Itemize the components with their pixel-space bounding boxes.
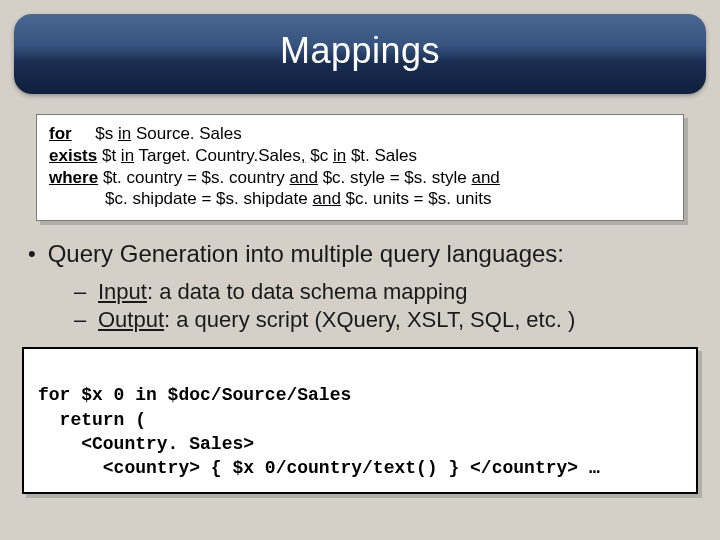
mapping-line-where2: $c. shipdate = $s. shipdate and $c. unit… bbox=[49, 188, 671, 210]
input-rest: : a data to data schema mapping bbox=[147, 279, 467, 304]
output-rest: : a query script (XQuery, XSLT, SQL, etc… bbox=[164, 307, 575, 332]
exists-var1: $t bbox=[102, 146, 116, 165]
dash-icon: – bbox=[74, 307, 88, 333]
where-keyword: where bbox=[49, 168, 98, 187]
mapping-line-where1: where $t. country = $s. country and $c. … bbox=[49, 167, 671, 189]
xquery-code-box: for $x 0 in $doc/Source/Sales return ( <… bbox=[22, 347, 698, 494]
and-keyword-2: and bbox=[471, 168, 499, 187]
in-keyword-3: in bbox=[333, 146, 346, 165]
exists-src1: Target. Country.Sales bbox=[139, 146, 301, 165]
bullet-list: • Query Generation into multiple query l… bbox=[28, 239, 692, 333]
and-keyword-3: and bbox=[312, 189, 340, 208]
for-source: Source. Sales bbox=[136, 124, 242, 143]
sub-bullet-list: – Input: a data to data schema mapping –… bbox=[74, 279, 692, 333]
input-label: Input bbox=[98, 279, 147, 304]
bullet-main-text: Query Generation into multiple query lan… bbox=[48, 239, 564, 269]
bullet-dot-icon: • bbox=[28, 241, 36, 269]
and-keyword-1: and bbox=[290, 168, 318, 187]
mapping-rule-box: for $s in Source. Sales exists $t in Tar… bbox=[36, 114, 684, 221]
exists-keyword: exists bbox=[49, 146, 97, 165]
code-line-2: return ( bbox=[38, 410, 146, 430]
code-line-3: <Country. Sales> bbox=[38, 434, 254, 454]
exists-var2: $c bbox=[310, 146, 328, 165]
mapping-line-exists: exists $t in Target. Country.Sales, $c i… bbox=[49, 145, 671, 167]
slide-title-band: Mappings bbox=[14, 14, 706, 94]
comma-underlined: , bbox=[301, 146, 306, 165]
exists-src2: $t. Sales bbox=[351, 146, 417, 165]
where-clause-2b: $c. units = $s. units bbox=[346, 189, 492, 208]
in-keyword-2: in bbox=[121, 146, 134, 165]
sub-bullet-output-text: Output: a query script (XQuery, XSLT, SQ… bbox=[98, 307, 575, 333]
output-label: Output bbox=[98, 307, 164, 332]
code-line-1: for $x 0 in $doc/Source/Sales bbox=[38, 385, 351, 405]
bullet-main: • Query Generation into multiple query l… bbox=[28, 239, 692, 269]
where-clause-1a: $t. country = $s. country bbox=[103, 168, 285, 187]
slide-title: Mappings bbox=[14, 30, 706, 72]
for-var: $s bbox=[95, 124, 113, 143]
sub-bullet-input-text: Input: a data to data schema mapping bbox=[98, 279, 467, 305]
where-clause-2a: $c. shipdate = $s. shipdate bbox=[105, 189, 308, 208]
mapping-line-for: for $s in Source. Sales bbox=[49, 123, 671, 145]
for-keyword: for bbox=[49, 124, 72, 143]
where-clause-1b: $c. style = $s. style bbox=[323, 168, 467, 187]
dash-icon: – bbox=[74, 279, 88, 305]
code-line-4: <country> { $x 0/country/text() } </coun… bbox=[38, 458, 600, 478]
in-keyword: in bbox=[118, 124, 131, 143]
sub-bullet-input: – Input: a data to data schema mapping bbox=[74, 279, 692, 305]
sub-bullet-output: – Output: a query script (XQuery, XSLT, … bbox=[74, 307, 692, 333]
